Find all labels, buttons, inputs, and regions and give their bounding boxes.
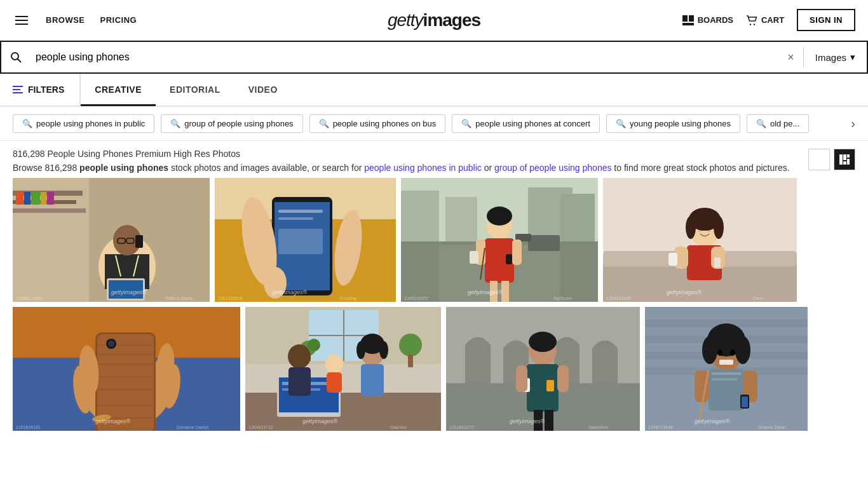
results-count: 816,298 People Using Phones Premium High… [13, 149, 855, 159]
svg-point-108 [108, 341, 114, 347]
chip-4[interactable]: 🔍 people using phones at concert [452, 114, 600, 133]
svg-text:1228811/626: 1228811/626 [16, 296, 42, 301]
browse-nav[interactable]: BROWSE [46, 15, 85, 25]
cart-icon [746, 15, 757, 25]
svg-point-125 [308, 339, 320, 351]
menu-hamburger[interactable] [13, 13, 31, 27]
search-icon [10, 51, 22, 63]
svg-text:1301333526: 1301333526 [218, 296, 243, 301]
svg-rect-174 [709, 369, 744, 410]
results-keyword: people using phones [79, 163, 168, 173]
header-left: BROWSE PRICING [13, 13, 137, 27]
svg-rect-139 [361, 364, 384, 396]
svg-rect-89 [668, 253, 677, 266]
svg-rect-14 [847, 154, 850, 158]
results-link-1[interactable]: people using phones in public [364, 163, 481, 173]
chip-6[interactable]: 🔍 old pe... [747, 114, 809, 133]
logo-bold: images [423, 10, 481, 30]
pricing-nav[interactable]: PRICING [100, 15, 137, 25]
chip-1[interactable]: 🔍 people using phones in public [13, 114, 154, 133]
svg-text:1185242057: 1185242057 [404, 296, 429, 301]
svg-rect-32 [135, 235, 143, 248]
tab-creative[interactable]: CREATIVE [81, 74, 156, 106]
chip-5[interactable]: 🔍 young people using phones [606, 114, 740, 133]
svg-rect-62 [528, 235, 560, 251]
filters-button[interactable]: FILTERS [13, 74, 81, 105]
search-type-selector[interactable]: Images ▾ [804, 42, 867, 72]
image-card-woman-city[interactable]: gettyimages® 1201900270 fadelofsm [446, 307, 640, 431]
svg-point-131 [288, 344, 311, 369]
image-card-family-kitchen[interactable]: gettyimages® 1264913722 Gabriels [245, 307, 441, 431]
svg-point-172 [717, 349, 722, 356]
sign-in-button[interactable]: SIGN IN [797, 9, 855, 31]
image-card-hand-phone[interactable]: gettyimages® 1301333526 ChrisDay [215, 178, 396, 302]
logo-italic: getty [388, 10, 423, 30]
boards-button[interactable]: BOARDS [682, 15, 733, 25]
image-card-man-laptop[interactable]: gettyimages® 1228811/626 ToBocc Marta [13, 178, 210, 302]
tab-editorial[interactable]: EDITORIAL [156, 74, 234, 106]
svg-rect-134 [327, 372, 342, 393]
header: BROWSE PRICING gettyimages BOARDS CART S… [0, 0, 868, 41]
search-bar: × Images ▾ [0, 41, 868, 74]
svg-point-170 [735, 336, 750, 364]
svg-point-173 [730, 349, 735, 356]
search-input[interactable] [31, 42, 778, 72]
grid-icon [814, 154, 824, 165]
svg-text:fadelofsm: fadelofsm [589, 425, 609, 430]
results-header: 816,298 People Using Phones Premium High… [0, 141, 868, 178]
logo[interactable]: gettyimages [388, 10, 480, 30]
svg-text:Domaine Darton: Domaine Darton [177, 425, 209, 430]
suggestion-next-button[interactable]: › [851, 116, 855, 131]
svg-rect-58 [445, 197, 477, 241]
image-grid: gettyimages® 1228811/626 ToBocc Marta [0, 178, 868, 449]
svg-point-83 [686, 216, 696, 239]
svg-rect-180 [742, 396, 748, 407]
svg-point-5 [11, 53, 18, 60]
svg-point-90 [698, 228, 702, 233]
grid-view-button[interactable] [808, 149, 830, 170]
filter-icon [13, 86, 23, 93]
svg-rect-157 [545, 410, 553, 431]
svg-text:1198719148: 1198719148 [648, 425, 673, 430]
image-card-woman-street[interactable]: gettyimages® 1185242057 NqStudio [401, 178, 598, 302]
results-link-2[interactable]: group of people using phones [494, 163, 611, 173]
svg-rect-45 [278, 210, 323, 213]
mosaic-view-button[interactable] [834, 149, 855, 170]
image-card-woman-smile[interactable]: gettyimages® 1198719148 Simone Doria [645, 307, 808, 431]
chip-search-icon-6: 🔍 [756, 119, 766, 128]
filter-tabs: CREATIVE EDITORIAL VIDEO [81, 74, 292, 105]
svg-rect-9 [814, 160, 818, 165]
svg-rect-70 [470, 251, 478, 264]
svg-rect-154 [516, 365, 527, 392]
svg-text:gettyimages®: gettyimages® [667, 289, 702, 295]
svg-text:gettyimages®: gettyimages® [468, 289, 503, 295]
svg-rect-176 [712, 378, 737, 381]
svg-text:1191608181: 1191608181 [16, 425, 41, 430]
chip-search-icon-5: 🔍 [616, 119, 626, 128]
svg-point-140 [399, 334, 422, 356]
chip-2[interactable]: 🔍 group of people using phones [161, 114, 302, 133]
cart-button[interactable]: CART [746, 15, 784, 25]
image-card-hand-close[interactable]: gettyimages® 1191608181 Domaine Darton [13, 307, 240, 431]
svg-rect-13 [843, 161, 846, 165]
image-card-woman-couch[interactable]: gettyimages® 1201813436 Orion [603, 178, 797, 302]
svg-rect-175 [712, 372, 741, 375]
svg-text:Orion: Orion [752, 296, 763, 301]
svg-rect-22 [24, 192, 31, 205]
svg-text:Simone Doria: Simone Doria [758, 425, 785, 430]
search-clear-button[interactable]: × [778, 51, 803, 64]
svg-rect-2 [682, 23, 694, 25]
mosaic-icon [839, 154, 850, 165]
svg-point-150 [529, 332, 557, 352]
svg-text:1201900270: 1201900270 [449, 425, 474, 430]
svg-text:ToBocc Marta: ToBocc Marta [165, 296, 193, 301]
chip-search-icon-4: 🔍 [461, 119, 471, 128]
results-description: Browse 816,298 people using phones stock… [13, 163, 855, 173]
svg-text:NqStudio: NqStudio [553, 296, 572, 301]
svg-rect-25 [47, 192, 54, 205]
tab-video[interactable]: VIDEO [234, 74, 292, 106]
svg-rect-132 [288, 367, 311, 396]
svg-rect-68 [512, 240, 522, 265]
chip-3[interactable]: 🔍 people using phones on bus [309, 114, 446, 133]
svg-text:ChrisDay: ChrisDay [339, 296, 357, 301]
